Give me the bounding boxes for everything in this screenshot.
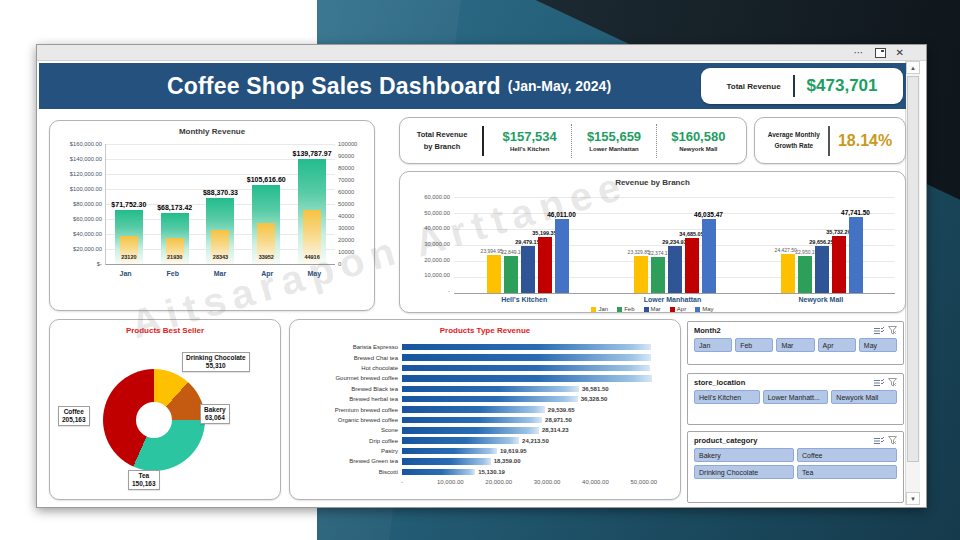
slicer-buttons: JanFebMarAprMay — [694, 338, 897, 352]
dashboard-header: Coffee Shop Sales Dashboard (Jan-May, 20… — [39, 63, 906, 109]
slicer-button[interactable]: Coffee — [797, 448, 897, 462]
slicer-button[interactable]: Mar — [776, 338, 814, 352]
branch-bar[interactable]: 23,994.95 — [487, 255, 501, 293]
bar-group: 24,427.5022,950.1529,656.2535,732.2047,7… — [781, 197, 863, 293]
branch-bar[interactable]: 46,011.00 — [555, 219, 569, 293]
chart-row: Pastry19,619.95 — [298, 446, 668, 456]
bar-track: 28,314.23 — [402, 425, 668, 435]
slicer-button[interactable]: May — [859, 338, 897, 352]
y-axis-tick: 40000 — [338, 213, 368, 219]
revenue-bar[interactable] — [402, 386, 579, 393]
revenue-bar[interactable] — [402, 375, 652, 382]
data-label: 23120 — [120, 254, 138, 260]
window-menu-icon[interactable]: ⋯ — [854, 48, 865, 58]
legend-swatch — [644, 307, 649, 312]
plot-area: 23120$71,752.3021930$68,173.4228343$88,3… — [105, 144, 335, 265]
slicer-title: store_location — [694, 378, 745, 387]
donut-chart[interactable] — [103, 369, 205, 471]
branch-bar[interactable]: 22,950.15 — [798, 256, 812, 293]
clear-filter-icon[interactable] — [888, 378, 897, 387]
branch-bar[interactable]: 24,427.50 — [781, 254, 795, 293]
slicer-product-category: product_category BakeryCoffeeDrinking Ch… — [687, 431, 904, 503]
bar-track: 29,539.65 — [402, 404, 668, 414]
category-label: Premium brewed coffee — [298, 407, 402, 413]
branch-bar[interactable]: 29,234.93 — [668, 246, 682, 293]
slicer-button[interactable]: Feb — [735, 338, 773, 352]
scroll-up-arrow-icon[interactable]: ▲ — [906, 61, 920, 74]
revenue-bar[interactable] — [402, 365, 650, 372]
slicer-button[interactable]: Newyork Mall — [831, 390, 897, 404]
revenue-bar[interactable] — [402, 458, 491, 465]
total-revenue-label: Total Revenue — [727, 82, 781, 91]
revenue-bar[interactable] — [402, 417, 542, 424]
transactions-bar[interactable]: 23120 — [120, 236, 138, 264]
branch-bar[interactable]: 47,741.50 — [849, 217, 863, 293]
x-axis-label: Newyork Mall — [747, 296, 895, 303]
data-label: 18,359.00 — [494, 458, 521, 464]
slice-value: 205,163 — [62, 416, 86, 424]
y-axis-tick: 90000 — [338, 153, 368, 159]
chart-legend: JanFebMarAprMay — [400, 306, 905, 312]
slicer-button[interactable]: Jan — [694, 338, 732, 352]
revenue-bar[interactable] — [402, 406, 545, 413]
revenue-bar[interactable] — [402, 448, 497, 455]
callout-tea: Tea 150,163 — [128, 470, 160, 490]
revenue-bar[interactable] — [402, 344, 651, 351]
multiselect-icon[interactable] — [874, 379, 884, 387]
multiselect-icon[interactable] — [874, 327, 884, 335]
branch-bar[interactable]: 46,035.47 — [702, 219, 716, 293]
y-axis-tick: $100,000.00 — [58, 186, 102, 192]
y-axis-tick: $120,000.00 — [58, 171, 102, 177]
slicer-button[interactable]: Lower Manhatt... — [763, 390, 829, 404]
branch-bar[interactable]: 35,199.35 — [538, 237, 552, 293]
slicer-button[interactable]: Bakery — [694, 448, 794, 462]
category-label: Hot chocolate — [298, 365, 402, 371]
transactions-bar[interactable]: 33952 — [257, 223, 275, 264]
vertical-scrollbar[interactable]: ▲ ▼ — [905, 61, 920, 505]
kpi-growth-card: Average Monthly Growth Rate 18.14% — [754, 117, 906, 164]
slicer-button[interactable]: Drinking Chocolate — [694, 465, 794, 479]
data-label: 47,741.50 — [841, 209, 870, 216]
window-close-icon[interactable]: ✕ — [896, 48, 904, 58]
window-restore-icon[interactable] — [875, 48, 886, 58]
branch-bar[interactable]: 34,685.05 — [685, 238, 699, 293]
branch-bar[interactable]: 29,479.15 — [521, 246, 535, 293]
category-label: Organic brewed coffee — [298, 417, 402, 423]
callout-coffee: Coffee 205,163 — [58, 406, 90, 426]
scroll-down-arrow-icon[interactable]: ▼ — [906, 492, 920, 505]
clear-filter-icon[interactable] — [888, 326, 897, 335]
slicer-button[interactable]: Hell's Kitchen — [694, 390, 760, 404]
kpi-value: $160,580 — [659, 129, 738, 144]
branch-bar[interactable]: 23,329.85 — [634, 256, 648, 293]
scrollbar-thumb[interactable] — [907, 76, 919, 462]
data-label: 29,656.25 — [809, 239, 833, 245]
slicer-button[interactable]: Tea — [797, 465, 897, 479]
bar-track: 36,581.50 — [402, 384, 668, 394]
branch-bar[interactable]: 22,374.17 — [651, 257, 665, 293]
revenue-bar[interactable] — [402, 396, 578, 403]
chart-title: Monthly Revenue — [50, 127, 374, 136]
revenue-bar[interactable] — [402, 427, 539, 434]
branch-bar[interactable]: 29,656.25 — [815, 246, 829, 293]
monthly-revenue-chart: $160,000.00$140,000.00$120,000.00$100,00… — [58, 144, 368, 267]
clear-filter-icon[interactable] — [888, 436, 897, 445]
kpi-label: Newyork Mall — [659, 146, 738, 152]
transactions-bar[interactable]: 28343 — [211, 230, 229, 264]
slicer-button[interactable]: Apr — [818, 338, 856, 352]
legend-label: Apr — [677, 306, 686, 312]
revenue-bar[interactable] — [402, 354, 651, 361]
revenue-bar[interactable] — [402, 469, 475, 476]
chart-row: Hot chocolate — [298, 363, 668, 373]
branch-bar[interactable]: 35,732.20 — [832, 236, 846, 293]
transactions-bar[interactable]: 21930 — [166, 238, 184, 264]
bar-group: 44916$139,787.97 — [293, 144, 331, 264]
revenue-bar[interactable] — [402, 437, 519, 444]
x-axis-tick: 30,000.00 — [534, 479, 561, 485]
transactions-bar[interactable]: 44916 — [303, 210, 321, 264]
dashboard-window: ⋯ ✕ ▲ ▼ Coffee Shop Sales Dashboard (Jan… — [36, 44, 927, 508]
legend-label: Feb — [624, 306, 634, 312]
multiselect-icon[interactable] — [874, 437, 884, 445]
legend-item: Jan — [591, 306, 608, 312]
x-axis-label: Hell's Kitchen — [450, 296, 598, 303]
branch-bar[interactable]: 22,849.10 — [504, 256, 518, 293]
